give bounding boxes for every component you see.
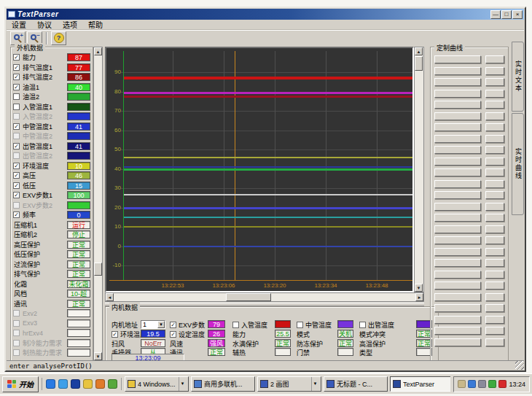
menu-settings[interactable]: 设置 xyxy=(12,19,26,30)
show-desktop-icon[interactable] xyxy=(71,379,80,389)
outlook-express-icon[interactable] xyxy=(58,379,68,389)
curve-color-slot[interactable] xyxy=(485,168,504,176)
checkbox[interactable] xyxy=(13,113,20,120)
close-button[interactable]: × xyxy=(512,10,523,19)
checkbox[interactable]: ✓ xyxy=(170,322,176,328)
task-button[interactable]: 商用多联机... xyxy=(191,376,255,392)
curve-name-slot[interactable] xyxy=(434,214,481,222)
curve-name-slot[interactable] xyxy=(434,304,481,312)
start-button[interactable]: 开始 xyxy=(2,376,39,392)
curve-color-slot[interactable] xyxy=(485,146,504,154)
internet-explorer-icon[interactable] xyxy=(46,379,55,389)
checkbox[interactable] xyxy=(359,322,366,328)
curve-name-slot[interactable] xyxy=(434,158,481,166)
curve-color-slot[interactable] xyxy=(485,327,504,335)
curve-color-slot[interactable] xyxy=(485,282,504,290)
checkbox[interactable] xyxy=(13,340,20,346)
curve-color-slot[interactable] xyxy=(485,214,504,222)
task-button[interactable]: 无标题 - C... xyxy=(324,376,388,392)
task-button[interactable]: 4 Windows...▼ xyxy=(125,376,189,392)
curve-name-slot[interactable] xyxy=(434,67,481,75)
scroll-left-icon[interactable]: ◄ xyxy=(106,293,114,301)
checkbox[interactable] xyxy=(13,133,20,139)
task-group-arrow-icon[interactable]: ▼ xyxy=(311,377,318,391)
curve-name-slot[interactable] xyxy=(434,293,481,301)
curve-name-slot[interactable] xyxy=(434,271,481,279)
minimize-button[interactable]: — xyxy=(490,10,501,19)
menu-help[interactable]: 帮助 xyxy=(88,19,103,30)
curve-color-slot[interactable] xyxy=(485,191,504,199)
checkbox[interactable]: ✓ xyxy=(13,74,20,80)
curve-color-slot[interactable] xyxy=(485,225,504,233)
curve-color-slot[interactable] xyxy=(485,55,504,63)
checkbox[interactable] xyxy=(13,152,20,159)
checkbox[interactable] xyxy=(13,310,20,317)
checkbox[interactable]: ✓ xyxy=(13,54,20,61)
curve-color-slot[interactable] xyxy=(485,158,504,166)
curve-color-slot[interactable] xyxy=(485,259,504,267)
curve-color-slot[interactable] xyxy=(485,248,504,256)
curve-name-slot[interactable] xyxy=(434,225,481,233)
curve-color-slot[interactable] xyxy=(485,90,504,98)
curve-name-slot[interactable] xyxy=(434,282,481,290)
curve-name-slot[interactable] xyxy=(434,259,481,267)
curve-name-slot[interactable] xyxy=(434,55,481,63)
curve-color-slot[interactable] xyxy=(485,135,504,143)
scrollbar-thumb[interactable] xyxy=(226,293,271,301)
checkbox[interactable] xyxy=(297,322,303,328)
task-button[interactable]: TextParser xyxy=(390,376,450,392)
checkbox[interactable] xyxy=(13,330,20,336)
curve-name-slot[interactable] xyxy=(434,203,481,211)
curve-name-slot[interactable] xyxy=(434,327,481,335)
task-button[interactable]: 2 画图▼ xyxy=(257,376,321,392)
show-hidden-icons-icon[interactable] xyxy=(478,380,486,388)
curve-color-slot[interactable] xyxy=(485,112,504,120)
curve-color-slot[interactable] xyxy=(485,304,504,312)
curve-name-slot[interactable] xyxy=(434,180,481,188)
curve-name-slot[interactable] xyxy=(434,168,481,176)
dropdown-arrow-icon[interactable]: ▼ xyxy=(157,321,165,328)
media-player-icon[interactable] xyxy=(83,379,93,389)
curve-name-slot[interactable] xyxy=(434,316,481,324)
curve-color-slot[interactable] xyxy=(485,271,504,279)
menu-protocol[interactable]: 协议 xyxy=(37,19,52,30)
curve-name-slot[interactable] xyxy=(434,248,481,256)
curve-color-slot[interactable] xyxy=(485,78,504,86)
checkbox[interactable] xyxy=(13,93,20,100)
scroll-up-icon[interactable]: ▲ xyxy=(94,47,102,55)
resize-grip[interactable] xyxy=(515,361,524,370)
task-group-arrow-icon[interactable]: ▼ xyxy=(179,377,186,391)
thunder-icon[interactable] xyxy=(498,380,506,388)
scroll-up-icon[interactable]: ▲ xyxy=(415,47,423,55)
curve-name-slot[interactable] xyxy=(434,90,481,98)
checkbox[interactable]: ✓ xyxy=(170,331,176,338)
menu-options[interactable]: 选项 xyxy=(63,19,77,30)
volume-icon[interactable] xyxy=(458,380,466,388)
curve-color-slot[interactable] xyxy=(485,236,504,244)
checkbox[interactable]: ✓ xyxy=(13,84,20,90)
maximize-button[interactable]: □ xyxy=(501,10,512,19)
checkbox[interactable]: ✓ xyxy=(13,172,20,179)
chart-plot[interactable]: 9080706050403020100-1013:22:5313:23:0613… xyxy=(105,47,414,292)
curve-color-slot[interactable] xyxy=(485,293,504,301)
curve-color-slot[interactable] xyxy=(485,338,504,346)
messenger-icon[interactable] xyxy=(468,380,476,388)
curve-color-slot[interactable] xyxy=(485,67,504,75)
checkbox[interactable]: ✓ xyxy=(13,182,20,189)
curve-color-slot[interactable] xyxy=(485,180,504,188)
checkbox[interactable]: ✓ xyxy=(112,331,118,338)
tab-realtime-curve[interactable]: 实时曲线 xyxy=(512,113,524,215)
scroll-down-icon[interactable]: ▼ xyxy=(94,352,102,360)
scrollbar-thumb[interactable] xyxy=(94,263,102,276)
outdoor-panel-scrollbar[interactable]: ▲ ▼ xyxy=(93,47,103,361)
curve-name-slot[interactable] xyxy=(434,146,481,154)
nvidia-icon[interactable] xyxy=(488,380,496,388)
indoor-address-select[interactable]: 1▼ xyxy=(141,320,165,329)
curve-name-slot[interactable] xyxy=(434,338,481,346)
checkbox[interactable] xyxy=(13,202,20,209)
curve-name-slot[interactable] xyxy=(434,236,481,244)
scroll-down-icon[interactable]: ▼ xyxy=(415,284,423,292)
checkbox[interactable] xyxy=(13,320,20,327)
chart-horizontal-scrollbar[interactable]: ◄ ► xyxy=(105,292,424,302)
curve-name-slot[interactable] xyxy=(434,191,481,199)
